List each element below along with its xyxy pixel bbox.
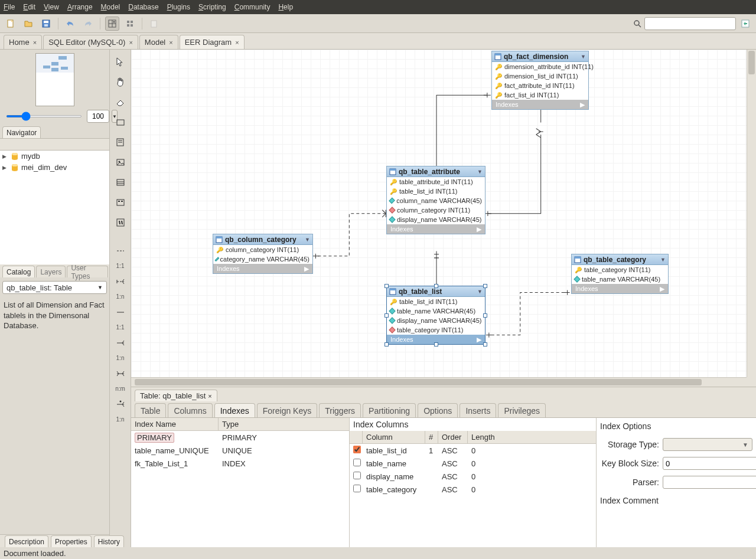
entity-qb-fact-dimension[interactable]: qb_fact_dimension▼ 🔑dimension_attribute_… bbox=[491, 51, 589, 110]
column-checkbox[interactable] bbox=[353, 472, 361, 479]
tool-rel-11[interactable] bbox=[113, 243, 128, 259]
index-column-row[interactable]: table_category ASC 0 bbox=[350, 483, 596, 496]
editor-tab-options[interactable]: Options bbox=[418, 403, 458, 417]
index-row[interactable]: fk_Table_List_1 INDEX bbox=[131, 457, 349, 470]
undo-button[interactable] bbox=[63, 17, 77, 31]
editor-tab-indexes[interactable]: Indexes bbox=[214, 403, 255, 417]
tool-routine[interactable] bbox=[113, 215, 128, 230]
catalog-tab-catalog[interactable]: Catalog bbox=[2, 266, 35, 277]
tab-sql-editor[interactable]: SQL Editor (MySQL-0)× bbox=[43, 35, 138, 49]
menu-view[interactable]: View bbox=[44, 3, 59, 11]
entity-qb-table-attribute[interactable]: qb_table_attribute▼ 🔑table_attribute_id … bbox=[386, 166, 485, 234]
tool-image[interactable] bbox=[113, 155, 128, 170]
tab-eer-diagram[interactable]: EER Diagram× bbox=[180, 35, 245, 49]
grid-toggle-button[interactable] bbox=[105, 17, 119, 31]
paste-button[interactable] bbox=[147, 17, 161, 31]
catalog-tab-layers[interactable]: Layers bbox=[36, 266, 66, 277]
entity-qb-table-category[interactable]: qb_table_category▼ 🔑table_category INT(1… bbox=[571, 254, 669, 294]
index-column-row[interactable]: table_list_id 1 ASC 0 bbox=[350, 444, 596, 457]
expand-icon[interactable]: ▶ bbox=[477, 336, 481, 344]
close-icon[interactable]: × bbox=[169, 39, 172, 46]
tool-table[interactable] bbox=[113, 175, 128, 190]
tool-rel-11b[interactable] bbox=[113, 305, 128, 320]
expand-icon[interactable]: ▶ bbox=[660, 285, 664, 293]
horizontal-scrollbar[interactable] bbox=[131, 377, 747, 387]
close-icon[interactable]: × bbox=[208, 393, 211, 400]
close-icon[interactable]: × bbox=[33, 39, 37, 46]
editor-panel-tab[interactable]: Table: qb_table_list× bbox=[135, 390, 217, 401]
close-icon[interactable]: × bbox=[235, 39, 239, 46]
menu-help[interactable]: Help bbox=[278, 3, 293, 11]
tool-rel-nm[interactable] bbox=[113, 366, 128, 381]
catalog-area[interactable]: ▶ mydb ▶ mei_dim_dev bbox=[0, 150, 109, 264]
desc-tab-description[interactable]: Description bbox=[5, 535, 48, 547]
collapse-icon[interactable]: ▼ bbox=[581, 54, 586, 60]
menu-plugins[interactable]: Plugins bbox=[167, 3, 190, 11]
expand-icon[interactable]: ▶ bbox=[2, 165, 8, 171]
menu-arrange[interactable]: Arrange bbox=[67, 3, 93, 11]
menubar[interactable]: File Edit View Arrange Model Database Pl… bbox=[0, 0, 756, 14]
expand-icon[interactable]: ▶ bbox=[477, 225, 481, 233]
navigator-tab[interactable]: Navigator bbox=[2, 126, 41, 138]
diagram-canvas[interactable]: qb_fact_dimension▼ 🔑dimension_attribute_… bbox=[131, 50, 756, 387]
editor-tab-table[interactable]: Table bbox=[135, 403, 166, 417]
tool-rel-existing[interactable] bbox=[113, 397, 128, 412]
collapse-icon[interactable]: ▼ bbox=[305, 237, 310, 243]
index-list[interactable]: Index Name Type PRIMARY PRIMARY table_na… bbox=[131, 418, 350, 547]
editor-tab-foreignkeys[interactable]: Foreign Keys bbox=[257, 403, 317, 417]
overview-minimap[interactable] bbox=[35, 53, 74, 106]
tool-rel-1nb[interactable] bbox=[113, 335, 128, 351]
editor-tab-columns[interactable]: Columns bbox=[168, 403, 212, 417]
editor-tab-partitioning[interactable]: Partitioning bbox=[363, 403, 416, 417]
catalog-tab-usertypes[interactable]: User Types bbox=[67, 266, 108, 277]
index-column-row[interactable]: table_name ASC 0 bbox=[350, 457, 596, 470]
search-go-button[interactable] bbox=[738, 17, 752, 31]
tool-eraser[interactable] bbox=[113, 94, 128, 110]
save-button[interactable] bbox=[39, 17, 53, 31]
column-checkbox[interactable] bbox=[353, 446, 361, 453]
tab-home[interactable]: Home× bbox=[4, 35, 42, 49]
index-column-row[interactable]: display_name ASC 0 bbox=[350, 470, 596, 483]
column-checkbox[interactable] bbox=[353, 485, 361, 492]
editor-tab-inserts[interactable]: Inserts bbox=[460, 403, 496, 417]
column-checkbox[interactable] bbox=[353, 459, 361, 466]
object-selector[interactable]: qb_table_list: Table ▼ bbox=[2, 281, 107, 294]
collapse-icon[interactable]: ▼ bbox=[477, 169, 483, 175]
expand-icon[interactable]: ▶ bbox=[304, 265, 309, 273]
desc-tab-properties[interactable]: Properties bbox=[51, 535, 92, 547]
tool-rel-1n[interactable] bbox=[113, 274, 128, 289]
editor-tab-privileges[interactable]: Privileges bbox=[498, 403, 546, 417]
key-block-size-input[interactable] bbox=[663, 457, 756, 470]
collapse-icon[interactable]: ▼ bbox=[660, 257, 666, 263]
index-row[interactable]: PRIMARY PRIMARY bbox=[131, 431, 349, 444]
close-icon[interactable]: × bbox=[129, 39, 132, 46]
entity-qb-table-list[interactable]: qb_table_list▼ 🔑table_list_id INT(11) ta… bbox=[386, 286, 485, 345]
tool-layer[interactable] bbox=[113, 115, 128, 130]
menu-community[interactable]: Community bbox=[234, 3, 271, 11]
vertical-scrollbar[interactable] bbox=[747, 50, 756, 377]
tool-note[interactable] bbox=[113, 135, 128, 150]
redo-button[interactable] bbox=[81, 17, 95, 31]
storage-type-select[interactable]: ▼ bbox=[663, 438, 752, 451]
tool-hand[interactable] bbox=[113, 74, 128, 90]
tab-model[interactable]: Model× bbox=[139, 35, 178, 49]
search-input[interactable] bbox=[644, 17, 736, 30]
new-file-button[interactable] bbox=[4, 17, 18, 31]
editor-tab-triggers[interactable]: Triggers bbox=[319, 403, 361, 417]
menu-model[interactable]: Model bbox=[101, 3, 120, 11]
menu-scripting[interactable]: Scripting bbox=[198, 3, 226, 11]
zoom-slider[interactable] bbox=[6, 115, 82, 117]
tool-pointer[interactable] bbox=[113, 54, 128, 70]
align-grid-button[interactable] bbox=[123, 17, 137, 31]
expand-icon[interactable]: ▶ bbox=[2, 153, 8, 159]
open-file-button[interactable] bbox=[21, 17, 35, 31]
index-row[interactable]: table_name_UNIQUE UNIQUE bbox=[131, 444, 349, 457]
expand-icon[interactable]: ▶ bbox=[580, 101, 585, 109]
collapse-icon[interactable]: ▼ bbox=[477, 289, 483, 295]
menu-database[interactable]: Database bbox=[128, 3, 158, 11]
tool-view[interactable] bbox=[113, 195, 128, 210]
entity-qb-column-category[interactable]: qb_column_category▼ 🔑column_category INT… bbox=[213, 234, 313, 274]
zoom-value[interactable] bbox=[87, 110, 109, 123]
db-item[interactable]: ▶ mei_dim_dev bbox=[0, 162, 109, 173]
menu-edit[interactable]: Edit bbox=[23, 3, 35, 11]
